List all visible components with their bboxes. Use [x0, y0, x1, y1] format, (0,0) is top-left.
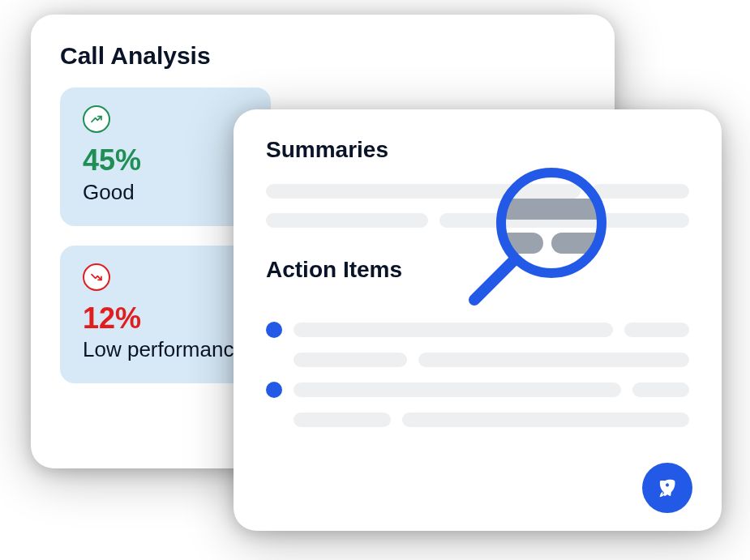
metric-low-value: 12% [83, 302, 248, 335]
action-item-continued [266, 353, 689, 367]
call-analysis-title: Call Analysis [60, 42, 585, 70]
summaries-skeleton [266, 184, 689, 228]
summaries-card: Summaries Action Items [234, 109, 722, 531]
action-items-section: Action Items [266, 257, 689, 427]
metric-good-label: Good [83, 180, 248, 205]
metric-good-value: 45% [83, 144, 248, 177]
launch-button[interactable] [642, 463, 692, 513]
bullet-icon [266, 322, 282, 338]
summaries-title: Summaries [266, 137, 689, 163]
trend-down-icon [83, 263, 110, 291]
metric-low-label: Low performance [83, 337, 248, 362]
trend-up-icon [83, 105, 110, 133]
rocket-icon [655, 476, 679, 500]
action-item-continued [266, 413, 689, 427]
action-items-title: Action Items [266, 257, 689, 283]
action-item [266, 322, 689, 338]
action-item [266, 382, 689, 398]
bullet-icon [266, 382, 282, 398]
